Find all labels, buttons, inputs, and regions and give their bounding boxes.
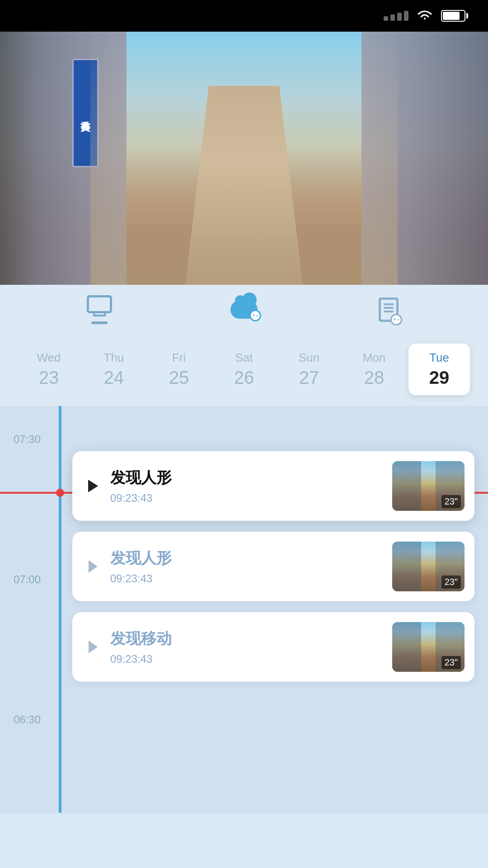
event-play-button[interactable] — [85, 639, 101, 655]
tv-toolbar-icon[interactable] — [81, 292, 117, 328]
hero-image: 吉美香 — [0, 32, 488, 285]
calendar-day-29[interactable]: Tue 29 — [408, 344, 470, 395]
event-play-button[interactable] — [85, 478, 101, 494]
status-bar — [0, 0, 488, 32]
wifi-icon — [417, 9, 433, 22]
event-info: 发现移动 09:23:43 — [110, 628, 383, 665]
day-name: Fri — [172, 351, 186, 365]
timeline-vertical-line — [59, 406, 61, 813]
calendar-days: Wed 23 Thu 24 Fri 25 Sat 26 Sun 27 Mon 2… — [18, 344, 470, 395]
calendar-day-27[interactable]: Sun 27 — [278, 344, 340, 395]
current-time-dot — [56, 489, 64, 497]
event-time: 09:23:43 — [110, 572, 383, 585]
events-column: 发现人形 09:23:43 23" 发现人形 09:23:43 23" 发现移动… — [72, 406, 474, 682]
day-num: 23 — [39, 368, 59, 388]
calendar-day-25[interactable]: Fri 25 — [148, 344, 210, 395]
calendar-day-26[interactable]: Sat 26 — [213, 344, 275, 395]
day-name: Tue — [429, 351, 449, 365]
status-icons — [384, 9, 465, 22]
time-label-0700: 07:00 — [14, 573, 41, 586]
event-info: 发现人形 09:23:43 — [110, 548, 383, 585]
day-num: 24 — [104, 368, 124, 388]
calendar-day-23[interactable]: Wed 23 — [18, 344, 80, 395]
day-num: 25 — [169, 368, 189, 388]
day-name: Sat — [235, 351, 253, 365]
event-thumbnail: 23" — [392, 461, 465, 511]
toolbar — [0, 285, 488, 335]
day-num: 29 — [429, 368, 450, 388]
document-clock-toolbar-icon[interactable] — [371, 292, 407, 328]
day-name: Thu — [104, 351, 124, 365]
day-name: Mon — [363, 351, 386, 365]
time-axis: 07:3007:0006:30 — [0, 406, 54, 813]
time-label-0630: 06:30 — [14, 713, 41, 726]
event-info: 发现人形 09:23:43 — [110, 467, 383, 505]
timeline-section: 07:3007:0006:30 发现人形 09:23:43 23" 发现人形 0… — [0, 406, 488, 813]
event-card-2[interactable]: 发现人形 09:23:43 23" — [72, 532, 474, 601]
signal-icon — [384, 11, 408, 21]
event-thumbnail: 23" — [392, 622, 465, 672]
day-name: Sun — [299, 351, 319, 365]
day-num: 28 — [364, 368, 385, 388]
event-time: 09:23:43 — [110, 492, 383, 505]
calendar-section: Wed 23 Thu 24 Fri 25 Sat 26 Sun 27 Mon 2… — [0, 335, 488, 406]
event-time: 09:23:43 — [110, 653, 383, 665]
event-thumbnail: 23" — [392, 542, 465, 591]
event-play-button[interactable] — [85, 558, 101, 575]
day-num: 26 — [234, 368, 254, 388]
event-duration: 23" — [441, 656, 461, 669]
day-num: 27 — [299, 368, 319, 388]
battery-icon — [441, 10, 465, 22]
event-title: 发现人形 — [110, 467, 383, 488]
event-card-3[interactable]: 发现移动 09:23:43 23" — [72, 612, 474, 682]
event-card-1[interactable]: 发现人形 09:23:43 23" — [72, 451, 474, 521]
calendar-day-28[interactable]: Mon 28 — [343, 344, 405, 395]
event-duration: 23" — [441, 576, 461, 589]
time-label-0730: 07:30 — [14, 433, 41, 446]
calendar-day-24[interactable]: Thu 24 — [83, 344, 145, 395]
event-title: 发现人形 — [110, 548, 383, 569]
event-duration: 23" — [441, 495, 461, 508]
event-title: 发现移动 — [110, 628, 383, 649]
day-name: Wed — [37, 351, 61, 365]
cloud-sync-toolbar-icon[interactable] — [226, 292, 262, 328]
